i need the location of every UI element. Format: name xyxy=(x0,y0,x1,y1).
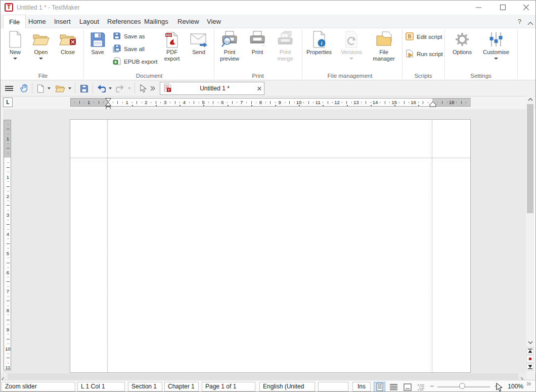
scroll-up-button[interactable] xyxy=(526,95,534,103)
send-envelope-icon xyxy=(190,30,208,49)
zoom-level[interactable]: 100% xyxy=(504,383,523,390)
vruler-tick xyxy=(7,320,10,320)
undo-button[interactable] xyxy=(96,83,107,94)
tab-layout[interactable]: Layout xyxy=(74,15,105,28)
print-preview-button[interactable]: Print preview xyxy=(216,30,243,62)
send-button[interactable]: Send xyxy=(188,30,210,56)
close-window-button[interactable] xyxy=(517,3,534,13)
tab-insert[interactable]: Insert xyxy=(49,15,76,28)
new-button[interactable]: New xyxy=(5,30,26,60)
save-all-button[interactable]: Save all xyxy=(113,44,145,54)
view-mode-page-button[interactable] xyxy=(374,382,385,392)
customise-button[interactable]: Customise xyxy=(480,30,512,60)
hruler-tick xyxy=(366,101,366,104)
vertical-scroll-thumb[interactable] xyxy=(527,104,533,213)
group-separator xyxy=(402,30,403,79)
view-mode-draft-button[interactable] xyxy=(388,382,399,392)
file-manager-button[interactable]: File manager xyxy=(368,30,399,62)
hamburger-menu-button[interactable] xyxy=(4,83,15,94)
qt-save-button[interactable] xyxy=(78,83,90,94)
select-pointer-button[interactable] xyxy=(138,83,149,94)
zoom-slider-thumb[interactable] xyxy=(459,383,465,389)
qt-open-button[interactable] xyxy=(54,83,66,94)
hruler-number: 4 xyxy=(183,100,186,105)
hruler-tick xyxy=(442,101,442,104)
pdf-export-button[interactable]: PDF PDF export xyxy=(159,30,185,62)
horizontal-ruler[interactable]: 11234567891011121314151618 xyxy=(70,98,471,107)
open-button[interactable]: Open xyxy=(30,30,52,60)
document-page[interactable] xyxy=(70,119,471,373)
tab-type-selector-button[interactable]: L xyxy=(3,97,13,107)
hruler-number: 9 xyxy=(279,100,281,105)
minimize-button[interactable] xyxy=(470,3,487,13)
file-manager-label: File manager xyxy=(368,49,399,62)
right-indent-marker[interactable] xyxy=(429,102,436,107)
status-language-cell[interactable]: English (United xyxy=(259,382,315,391)
options-button[interactable]: Options xyxy=(449,30,476,56)
epub-export-button[interactable]: EPUB export xyxy=(113,57,157,66)
print-button[interactable]: ... Print xyxy=(246,30,269,56)
hruler-tick xyxy=(113,102,113,103)
vruler-tick xyxy=(8,267,9,268)
open-folder-icon xyxy=(55,84,65,92)
help-button[interactable]: ? xyxy=(518,18,521,25)
status-insert-mode-cell[interactable]: Ins xyxy=(352,382,371,391)
tab-home[interactable]: Home xyxy=(23,15,52,28)
status-position-cell[interactable]: L 1 Col 1 xyxy=(77,382,125,391)
vruler-tick xyxy=(7,301,10,301)
undo-dropdown[interactable] xyxy=(107,83,113,94)
edit-script-button[interactable]: B Edit script xyxy=(406,32,442,41)
document-tab[interactable]: T Untitled 1 * ✕ xyxy=(160,82,264,95)
tab-mailings[interactable]: Mailings xyxy=(139,15,174,28)
status-page-cell[interactable]: Page 1 of 1 xyxy=(202,382,255,391)
vruler-number: 2 xyxy=(4,193,12,199)
view-mode-object-button[interactable] xyxy=(401,382,413,392)
properties-button[interactable]: i Properties xyxy=(304,30,334,56)
scroll-down-button[interactable] xyxy=(526,338,534,346)
horizontal-scroll-thumb[interactable] xyxy=(8,373,518,379)
qt-new-button[interactable] xyxy=(35,83,46,94)
status-empty-cell[interactable] xyxy=(318,382,348,391)
close-button[interactable]: Close xyxy=(56,30,79,56)
save-button[interactable]: Save xyxy=(86,30,109,56)
previous-page-button[interactable] xyxy=(526,347,534,355)
tab-view[interactable]: View xyxy=(201,15,227,28)
horizontal-scrollbar[interactable] xyxy=(1,373,526,380)
default-tab-stop xyxy=(156,105,157,107)
next-page-icon xyxy=(528,365,532,369)
toolbar-separator xyxy=(135,83,135,93)
vertical-scrollbar[interactable] xyxy=(526,95,534,373)
edit-script-label: Edit script xyxy=(417,34,442,40)
sliders-icon xyxy=(488,30,504,49)
vruler-tick xyxy=(8,124,9,125)
touch-mode-button[interactable] xyxy=(19,83,30,94)
status-more-button[interactable] xyxy=(526,381,531,387)
qt-new-dropdown[interactable] xyxy=(46,83,52,94)
default-tab-stop xyxy=(299,105,300,107)
next-page-button[interactable] xyxy=(526,363,534,371)
status-section-cell[interactable]: Section 1 xyxy=(128,382,162,391)
vertical-ruler[interactable]: 11234567891011 xyxy=(4,120,11,370)
vruler-tick xyxy=(8,229,9,230)
run-script-button[interactable]: Run script xyxy=(406,50,443,59)
save-as-button[interactable]: Save as xyxy=(113,32,145,41)
collapse-ribbon-button[interactable] xyxy=(527,19,533,28)
tab-review[interactable]: Review xyxy=(172,15,205,28)
toolbar-more-button[interactable] xyxy=(149,83,157,94)
vruler-tick xyxy=(7,281,10,282)
maximize-button[interactable] xyxy=(494,3,511,13)
hruler-tick xyxy=(122,102,123,103)
hruler-tick xyxy=(313,102,314,103)
status-hint-cell: Zoom slider xyxy=(2,382,75,391)
document-tab-close-button[interactable]: ✕ xyxy=(255,85,264,92)
hruler-number: 15 xyxy=(391,100,397,105)
browse-object-button[interactable] xyxy=(526,355,534,363)
save-all-label: Save all xyxy=(124,46,145,52)
hruler-tick xyxy=(227,102,228,103)
default-tab-stop xyxy=(251,105,252,107)
group-separator xyxy=(302,30,302,79)
status-chapter-cell[interactable]: Chapter 1 xyxy=(164,382,199,391)
view-mode-outline-button[interactable] xyxy=(415,382,427,392)
zoom-out-button[interactable]: − xyxy=(428,382,435,390)
qt-open-dropdown[interactable] xyxy=(67,83,73,94)
